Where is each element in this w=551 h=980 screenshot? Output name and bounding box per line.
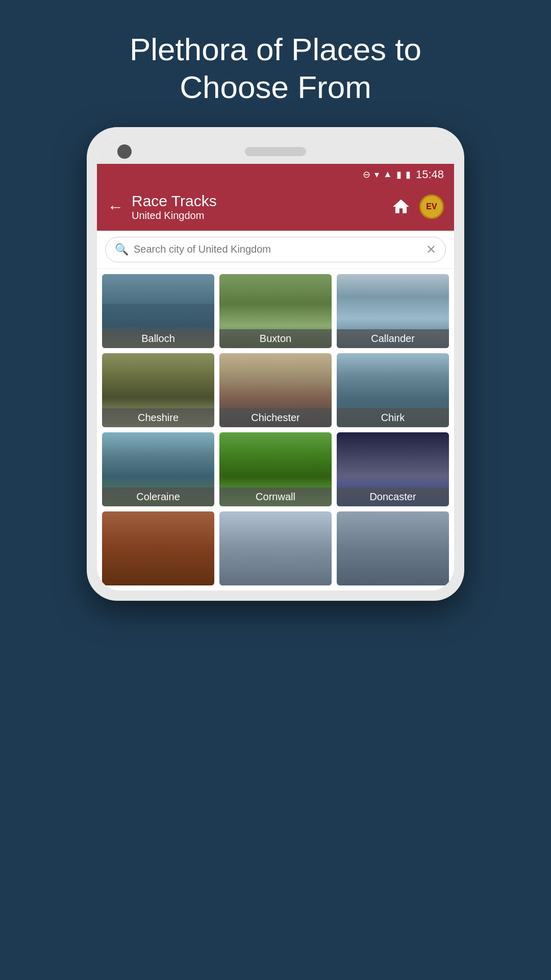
phone-speaker [245, 147, 306, 156]
sim-icon: ▮ [396, 169, 402, 180]
dropdown-icon: ▾ [374, 169, 379, 180]
search-wrapper: 🔍 ✕ [97, 231, 454, 269]
grid-label-coleraine: Coleraine [102, 487, 214, 506]
grid-item-cheshire[interactable]: Cheshire [102, 353, 214, 427]
ev-badge[interactable]: EV [419, 194, 444, 219]
phone-top-bar [97, 137, 454, 164]
grid-label-chichester: Chichester [219, 408, 332, 427]
app-header: ← Race Tracks United Kingdom EV [97, 185, 454, 231]
grid-label-cheshire: Cheshire [102, 408, 214, 427]
status-icons: ⊖ ▾ ▲ ▮ ▮ [363, 169, 411, 180]
grid-item-doncaster[interactable]: Doncaster [337, 432, 449, 506]
app-title: Race Tracks [132, 192, 217, 210]
search-bar[interactable]: 🔍 ✕ [105, 237, 446, 262]
grid-item-chichester[interactable]: Chichester [219, 353, 332, 427]
back-button[interactable]: ← [107, 198, 123, 216]
page-heading: Plethora of Places to Choose From [89, 31, 462, 107]
status-bar: ⊖ ▾ ▲ ▮ ▮ 15:48 [97, 164, 454, 185]
grid-item-coleraine[interactable]: Coleraine [102, 432, 214, 506]
grid-item-callander[interactable]: Callander [337, 274, 449, 348]
phone-camera [117, 144, 132, 159]
search-icon: 🔍 [115, 243, 129, 256]
phone-screen: ⊖ ▾ ▲ ▮ ▮ 15:48 ← Race Tracks United Kin… [97, 137, 454, 591]
battery-icon: ▮ [406, 169, 411, 180]
home-button[interactable] [390, 195, 412, 218]
grid-item-partial3[interactable] [337, 511, 449, 585]
status-time: 15:48 [416, 168, 444, 181]
grid-item-chirk[interactable]: Chirk [337, 353, 449, 427]
search-input[interactable] [134, 243, 421, 255]
grid-label-cornwall: Cornwall [219, 487, 332, 506]
phone-frame: ⊖ ▾ ▲ ▮ ▮ 15:48 ← Race Tracks United Kin… [87, 127, 464, 601]
wifi-icon: ▲ [383, 169, 392, 180]
grid-item-partial2[interactable] [219, 511, 332, 585]
header-left: ← Race Tracks United Kingdom [107, 192, 217, 222]
grid-item-partial1[interactable] [102, 511, 214, 585]
grid-item-cornwall[interactable]: Cornwall [219, 432, 332, 506]
mute-icon: ⊖ [363, 169, 370, 180]
places-grid: BallochBuxtonCallanderCheshireChichester… [97, 269, 454, 591]
grid-label-buxton: Buxton [219, 329, 332, 348]
header-right: EV [390, 194, 444, 219]
grid-label-chirk: Chirk [337, 408, 449, 427]
grid-label-balloch: Balloch [102, 329, 214, 348]
grid-item-buxton[interactable]: Buxton [219, 274, 332, 348]
app-subtitle: United Kingdom [132, 210, 217, 222]
grid-label-callander: Callander [337, 329, 449, 348]
search-clear-button[interactable]: ✕ [426, 242, 436, 257]
grid-item-balloch[interactable]: Balloch [102, 274, 214, 348]
grid-label-doncaster: Doncaster [337, 487, 449, 506]
header-title: Race Tracks United Kingdom [132, 192, 217, 222]
